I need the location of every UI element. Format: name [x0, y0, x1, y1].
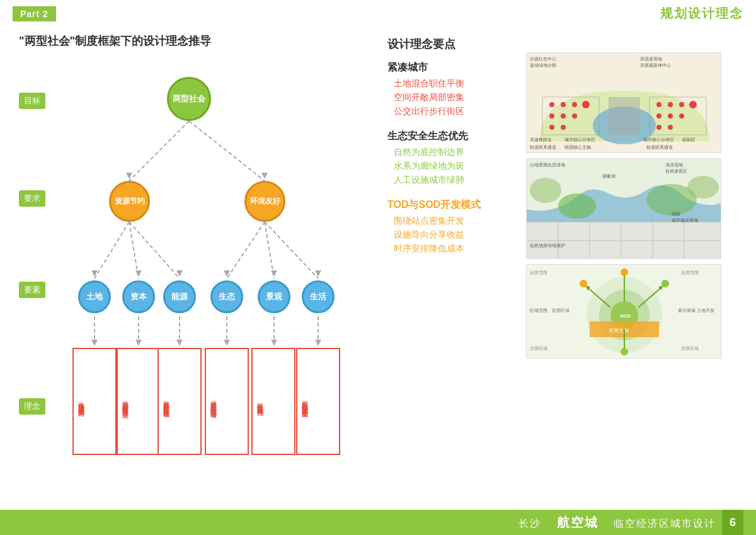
svg-marker-24: [176, 340, 183, 346]
tree-diagram: 目标 要求 要素 理念 两型社会 资源节约 环境友好 土地 资本 能源 生态 景…: [19, 58, 359, 486]
section-title-2: 生态安全生态优先: [387, 130, 526, 143]
svg-marker-22: [91, 340, 98, 346]
svg-point-39: [549, 125, 554, 130]
svg-point-46: [656, 113, 662, 118]
svg-point-49: [656, 125, 662, 130]
svg-text:自然保育区: 自然保育区: [665, 168, 687, 174]
item-space-open: 空间开敞局部密集: [387, 92, 526, 103]
footer-subtitle: 临空经济区城市设计: [614, 518, 716, 529]
footer-page: 6: [722, 510, 743, 535]
diagram-3: 远景范围 远景范围 次级区域 次级区域 SOD 发展主轴: [526, 264, 721, 359]
svg-line-6: [265, 222, 274, 279]
svg-line-1: [189, 121, 265, 181]
svg-marker-20: [271, 270, 277, 277]
svg-point-43: [668, 102, 673, 107]
svg-text:远景范围: 远景范围: [681, 270, 699, 275]
svg-point-40: [561, 125, 566, 130]
item-nature: 自然为底控制边界: [387, 147, 526, 158]
svg-text:土地开发: 土地开发: [697, 308, 714, 313]
item-facility: 人工设施城市绿肺: [387, 175, 526, 186]
svg-text:城市核心分布区: 城市核心分布区: [564, 137, 595, 142]
footer-city: 长沙: [518, 518, 541, 529]
svg-rect-63: [527, 222, 721, 259]
left-panel: "两型社会"制度框架下的设计理念推导: [13, 27, 378, 507]
footer-project: 航空城: [557, 515, 598, 529]
svg-point-73: [530, 178, 561, 203]
svg-marker-14: [126, 173, 132, 179]
svg-point-47: [668, 113, 673, 118]
svg-point-33: [561, 102, 566, 107]
svg-text:调蓄湖: 调蓄湖: [602, 174, 616, 178]
svg-point-37: [561, 113, 566, 118]
diagram-1: 分级红色中心 蓝绿绿地分割 高强度用地 东西翼延伸中心 组团核心主轴 轨道联系通…: [526, 52, 721, 153]
label-element: 要素: [19, 282, 45, 298]
svg-point-44: [679, 102, 684, 107]
svg-point-101: [621, 268, 628, 276]
svg-marker-25: [224, 340, 230, 346]
svg-marker-23: [135, 340, 142, 346]
item-transit: 公交出行步行街区: [387, 106, 526, 117]
element-node-landscape: 景观: [258, 280, 290, 313]
svg-point-45: [689, 101, 697, 108]
label-goal: 目标: [19, 93, 45, 109]
svg-text:清凉湿地: 清凉湿地: [665, 163, 683, 167]
item-tod1: 围绕站点密集开发: [387, 216, 526, 227]
svg-point-35: [582, 101, 590, 108]
svg-text:城镇: 城镇: [671, 212, 680, 217]
svg-marker-15: [261, 173, 268, 179]
svg-text:分级红色中心: 分级红色中心: [530, 57, 556, 61]
item-tod2: 设施导向分享收益: [387, 229, 526, 241]
concept-box-3: 节能建筑步行尺度公交导向开发低碳城市: [158, 348, 202, 455]
svg-text:组团核心主轴: 组团核心主轴: [564, 145, 591, 150]
svg-text:远景范围: 远景范围: [530, 270, 547, 275]
svg-line-5: [227, 222, 265, 279]
svg-text:近郊区域: 近郊区域: [552, 308, 570, 313]
element-node-land: 土地: [78, 280, 111, 313]
concept-box-1: 土地节约集约紧凑城市理念高效利用: [72, 348, 117, 455]
svg-point-71: [558, 193, 596, 219]
svg-line-7: [265, 222, 318, 279]
svg-marker-21: [315, 270, 321, 277]
diagram-2: 山地景观生态绿地 清凉湿地 自然保育区 调蓄湖 城镇 城市建设用地 自然地形绿地…: [526, 158, 721, 259]
svg-text:轨道联系通道: 轨道联系通道: [530, 145, 556, 149]
svg-text:蓝绿绿地分割: 蓝绿绿地分割: [530, 63, 556, 67]
svg-text:东西翼延伸中心: 东西翼延伸中心: [640, 63, 671, 68]
svg-line-2: [94, 222, 129, 279]
right-text-content: 设计理念要点 紧凑城市 土地混合职住平衡 空间开敞局部密集 公交出行步行街区 生…: [387, 27, 526, 507]
concept-box-5: 街区色彩尺度体现地大特色: [251, 348, 295, 455]
svg-point-48: [679, 113, 684, 118]
left-title: "两型社会"制度框架下的设计理念推导: [19, 33, 372, 49]
item-land-mix: 土地混合职住平衡: [387, 78, 526, 89]
concept-box-2: 设施导向增加资本收益有序开发绿资本沉淀: [117, 348, 161, 455]
svg-point-104: [662, 280, 669, 287]
diagrams-area: 分级红色中心 蓝绿绿地分割 高强度用地 东西翼延伸中心 组团核心主轴 轨道联系通…: [526, 27, 734, 507]
element-node-capital: 资本: [122, 280, 155, 313]
right-title: 设计理念要点: [387, 37, 526, 52]
svg-marker-27: [315, 340, 321, 346]
svg-point-38: [572, 113, 577, 118]
footer-text: 长沙 航空城 临空经济区城市设计: [518, 514, 716, 531]
svg-text:SOD: SOD: [620, 313, 631, 319]
header-title: 规划设计理念: [660, 5, 743, 22]
svg-point-32: [549, 102, 554, 107]
svg-text:城市核心分布区: 城市核心分布区: [643, 137, 674, 142]
root-node: 两型社会: [167, 77, 211, 121]
svg-marker-17: [135, 270, 142, 277]
svg-point-50: [668, 125, 673, 130]
svg-point-103: [580, 280, 587, 287]
svg-text:城市建设用地: 城市建设用地: [671, 218, 698, 222]
svg-point-34: [572, 102, 577, 107]
svg-point-36: [549, 113, 554, 118]
svg-text:高强度用地: 高强度用地: [640, 57, 662, 61]
svg-point-42: [656, 102, 662, 107]
svg-marker-26: [271, 340, 277, 346]
svg-text:区域范围: 区域范围: [530, 308, 547, 313]
footer-bar: 长沙 航空城 临空经济区城市设计 6: [0, 510, 756, 535]
svg-text:黄兴新城: 黄兴新城: [678, 308, 696, 313]
label-concept: 理念: [19, 398, 45, 415]
main-content: "两型社会"制度框架下的设计理念推导: [0, 27, 756, 507]
right-panel: 设计理念要点 紧凑城市 土地混合职住平衡 空间开敞局部密集 公交出行步行街区 生…: [378, 27, 743, 507]
svg-line-0: [129, 121, 189, 181]
svg-rect-30: [609, 97, 640, 135]
svg-text:次级区域: 次级区域: [681, 346, 699, 351]
